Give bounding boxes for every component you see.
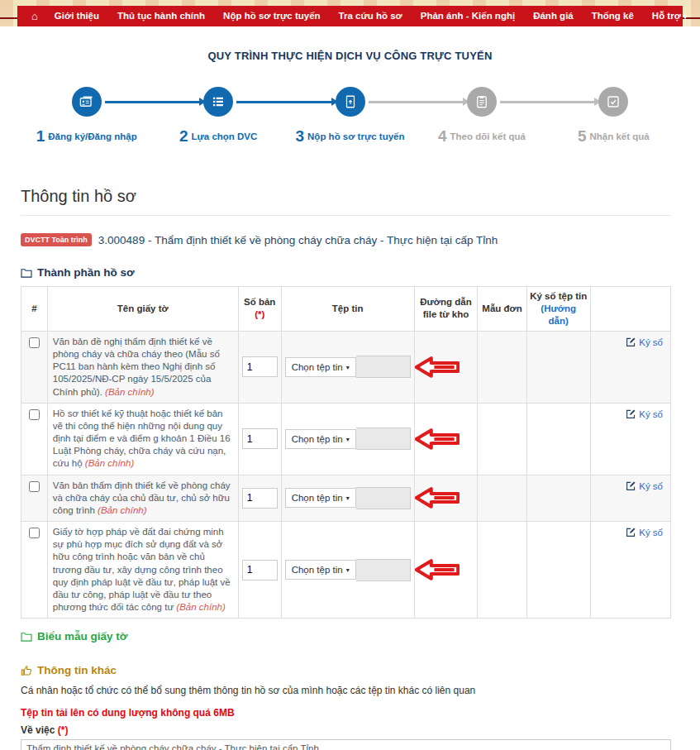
row-checkbox[interactable] bbox=[29, 409, 40, 420]
choose-file-button[interactable]: Chọn tệp tin▾ bbox=[285, 560, 356, 580]
row-checkbox[interactable] bbox=[29, 481, 40, 492]
col-index: # bbox=[21, 287, 48, 332]
file-name-box bbox=[356, 428, 411, 450]
caret-down-icon: ▾ bbox=[346, 364, 350, 371]
step-connector bbox=[236, 101, 331, 103]
sign-link[interactable]: Ký số bbox=[639, 481, 663, 491]
dvctt-badge: DVCTT Toàn trình bbox=[21, 233, 92, 246]
caret-down-icon: ▾ bbox=[346, 566, 350, 574]
document-note: (Bản chính) bbox=[105, 387, 154, 397]
list-icon bbox=[203, 87, 233, 117]
edit-icon bbox=[626, 483, 636, 493]
document-upload-icon bbox=[336, 87, 365, 117]
nav-item-gioi-thieu[interactable]: Giới thiệu bbox=[45, 6, 108, 26]
choose-file-button[interactable]: Chọn tệp tin▾ bbox=[285, 488, 356, 508]
other-info-description: Cá nhân hoặc tổ chức có thể bổ sung thêm… bbox=[21, 685, 671, 696]
table-row: Văn bản đề nghị thẩm định thiết kế về ph… bbox=[21, 331, 671, 403]
title-divider bbox=[21, 215, 671, 216]
col-actions bbox=[590, 287, 671, 332]
process-steps: 1Đăng ký/Đăng nhập 2Lựa chọn DVC 3Nộp hồ… bbox=[21, 87, 679, 146]
check-square-icon bbox=[598, 87, 628, 117]
choose-file-button[interactable]: Chọn tệp tin▾ bbox=[285, 357, 356, 377]
step-nhan-ket-qua: 5Nhận kết quả bbox=[548, 87, 679, 146]
step-label: 4Theo dõi kết quả bbox=[416, 127, 547, 146]
step-label: 5Nhận kết quả bbox=[548, 127, 679, 146]
top-banner: ⌂ Giới thiệu Thủ tục hành chính Nộp hồ s… bbox=[0, 0, 700, 26]
col-repo: Đường dẫn file từ kho bbox=[414, 287, 478, 332]
step-connector bbox=[500, 101, 595, 103]
caret-down-icon: ▾ bbox=[346, 436, 350, 443]
red-arrow-annotation bbox=[415, 559, 460, 581]
col-copies: Số bản (*) bbox=[238, 287, 281, 332]
col-form: Mẫu đơn bbox=[478, 287, 527, 332]
red-arrow-annotation bbox=[415, 487, 460, 509]
step-theo-doi-ket-qua: 4Theo dõi kết quả bbox=[416, 87, 547, 146]
edit-icon bbox=[626, 339, 636, 349]
step-lua-chon-dvc: 2Lựa chọn DVC bbox=[152, 87, 283, 146]
main-content: Thông tin hồ sơ DVCTT Toàn trình 3.00048… bbox=[21, 187, 671, 750]
file-name-box bbox=[356, 356, 411, 378]
nav-item-tra-cuu-ho-so[interactable]: Tra cứu hồ sơ bbox=[330, 6, 412, 26]
table-row: Hồ sơ thiết kế kỹ thuật hoặc thiết kế bả… bbox=[21, 403, 671, 475]
documents-table: # Tên giấy tờ Số bản (*) Tệp tin Đường d… bbox=[21, 286, 671, 619]
section-thanh-phan-ho-so: Thành phần hồ sơ bbox=[21, 266, 671, 279]
col-sign: Ký số tệp tin(Hướng dẫn) bbox=[526, 287, 590, 332]
thumbs-up-icon bbox=[21, 665, 32, 676]
document-note: (Bản chính) bbox=[85, 458, 134, 468]
copies-input[interactable] bbox=[242, 428, 278, 449]
clipboard-icon bbox=[467, 87, 497, 117]
subject-textarea[interactable]: Thẩm định thiết kế về phòng cháy chữa ch… bbox=[21, 739, 671, 750]
document-name: Hồ sơ thiết kế kỹ thuật hoặc thiết kế bả… bbox=[53, 408, 231, 469]
document-note: (Bản chính) bbox=[176, 602, 225, 612]
choose-file-button[interactable]: Chọn tệp tin▾ bbox=[285, 429, 356, 449]
step-connector bbox=[369, 101, 464, 103]
document-name: Giấy tờ hợp pháp về đất đai chứng minh s… bbox=[53, 527, 231, 612]
file-size-warning: Tệp tin tải lên có dung lượng không quá … bbox=[21, 707, 671, 719]
step-label: 1Đăng ký/Đăng nhập bbox=[21, 127, 152, 146]
red-arrow-annotation bbox=[415, 356, 460, 378]
subject-label: Về việc (*) bbox=[21, 724, 671, 736]
folder-icon bbox=[21, 632, 32, 642]
col-file: Tệp tin bbox=[281, 287, 414, 332]
table-row: Giấy tờ hợp pháp về đất đai chứng minh s… bbox=[21, 522, 671, 619]
copies-input[interactable] bbox=[242, 560, 278, 580]
copies-input[interactable] bbox=[242, 356, 278, 377]
section-thong-tin-khac: Thông tin khác bbox=[21, 664, 671, 676]
red-arrow-annotation bbox=[415, 428, 460, 450]
sign-help-link[interactable]: (Hướng dẫn) bbox=[540, 303, 576, 326]
nav-item-thu-tuc-hanh-chinh[interactable]: Thủ tục hành chính bbox=[108, 6, 214, 26]
nav-item-danh-gia[interactable]: Đánh giá bbox=[524, 6, 583, 26]
step-dang-ky: 1Đăng ký/Đăng nhập bbox=[21, 87, 152, 146]
file-name-box bbox=[356, 487, 411, 509]
nav-item-phan-anh-kien-nghi[interactable]: Phản ánh - Kiến nghị bbox=[412, 6, 524, 26]
row-checkbox[interactable] bbox=[29, 337, 40, 348]
step-connector bbox=[105, 101, 200, 103]
table-row: Văn bản thẩm định thiết kế về phòng cháy… bbox=[21, 475, 671, 522]
procedure-title: 3.000489 - Thẩm định thiết kế về phòng c… bbox=[98, 234, 498, 246]
sign-link[interactable]: Ký số bbox=[639, 337, 663, 347]
table-header-row: # Tên giấy tờ Số bản (*) Tệp tin Đường d… bbox=[21, 287, 671, 332]
process-title: QUY TRÌNH THỰC HIỆN DỊCH VỤ CÔNG TRỰC TU… bbox=[0, 50, 700, 62]
row-checkbox[interactable] bbox=[29, 528, 40, 538]
procedure-line: DVCTT Toàn trình 3.000489 - Thẩm định th… bbox=[21, 233, 671, 246]
col-name: Tên giấy tờ bbox=[47, 287, 238, 332]
sign-link[interactable]: Ký số bbox=[639, 409, 663, 419]
edit-icon bbox=[626, 411, 636, 421]
page-title: Thông tin hồ sơ bbox=[21, 187, 671, 206]
folder-icon bbox=[21, 268, 32, 278]
step-label: 3Nộp hồ sơ trực tuyến bbox=[284, 127, 416, 146]
sign-link[interactable]: Ký số bbox=[639, 528, 663, 537]
nav-item-nop-ho-so-truc-tuyen[interactable]: Nộp hồ sơ trực tuyến bbox=[214, 6, 329, 26]
caret-down-icon: ▾ bbox=[346, 494, 350, 502]
edit-icon bbox=[626, 529, 636, 539]
step-label: 2Lựa chọn DVC bbox=[152, 127, 283, 146]
file-name-box bbox=[356, 559, 411, 581]
id-card-icon bbox=[72, 87, 102, 117]
home-icon[interactable]: ⌂ bbox=[24, 6, 45, 26]
step-nop-ho-so: 3Nộp hồ sơ trực tuyến bbox=[284, 87, 416, 146]
nav-item-ho-tro-dropdown[interactable]: Hỗ trợ▾ bbox=[643, 6, 697, 27]
main-navbar: ⌂ Giới thiệu Thủ tục hành chính Nộp hồ s… bbox=[17, 6, 683, 26]
copies-input[interactable] bbox=[242, 488, 278, 509]
nav-item-thong-ke[interactable]: Thống kê bbox=[583, 6, 643, 26]
chevron-down-icon: ▾ bbox=[683, 12, 688, 21]
